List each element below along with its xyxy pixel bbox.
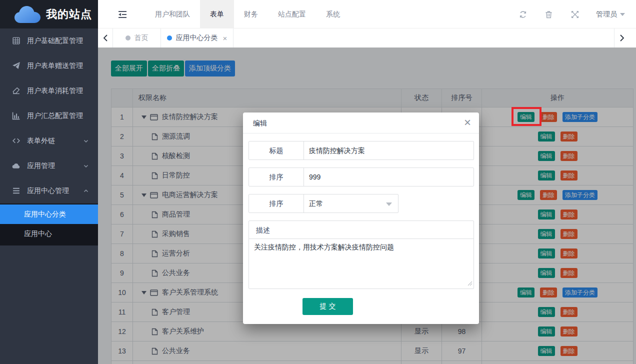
- modal-title: 编辑: [243, 112, 479, 134]
- top-nav-item-1[interactable]: 表单: [200, 0, 234, 28]
- bar-chart-icon: [12, 112, 21, 120]
- select-caret-icon: [386, 202, 392, 206]
- sidebar-item-label: 应用中心管理: [27, 186, 69, 196]
- admin-label: 管理员: [596, 10, 617, 18]
- fullscreen-icon[interactable]: [571, 10, 579, 18]
- resize-handle-icon[interactable]: [468, 280, 472, 288]
- submit-button[interactable]: 提 交: [302, 298, 353, 315]
- sidebar-item-label: 表单外链: [27, 136, 55, 146]
- sidebar-item-1[interactable]: 用户表单赠送管理: [0, 54, 98, 78]
- collapse-sidebar-icon[interactable]: [117, 9, 128, 20]
- modal-header: 编辑 ×: [243, 112, 479, 134]
- tab-label: 首页: [134, 34, 148, 42]
- top-nav-item-3[interactable]: 站点配置: [268, 0, 316, 28]
- modal-close-icon[interactable]: ×: [464, 116, 471, 130]
- cloud-icon: [12, 162, 21, 170]
- sidebar-menu: 用户基础配置管理用户表单赠送管理用户表单消耗管理用户汇总配置管理表单外链应用管理…: [0, 28, 98, 246]
- field-label: 排序: [249, 168, 304, 186]
- sidebar-item-label: 用户基础配置管理: [27, 36, 83, 46]
- chevron-up-icon: [83, 188, 89, 194]
- tab-1[interactable]: 应用中心分类×: [161, 28, 234, 48]
- sidebar-item-2[interactable]: 用户表单消耗管理: [0, 78, 98, 104]
- app-root: 我的站点 用户基础配置管理用户表单赠送管理用户表单消耗管理用户汇总配置管理表单外…: [0, 0, 636, 364]
- tab-label: 应用中心分类: [176, 34, 218, 42]
- sidebar: 我的站点 用户基础配置管理用户表单赠送管理用户表单消耗管理用户汇总配置管理表单外…: [0, 0, 98, 364]
- field-input[interactable]: 999: [304, 168, 474, 186]
- field-label: 标题: [249, 142, 304, 160]
- tabs-scroll-left[interactable]: [98, 28, 113, 48]
- admin-menu[interactable]: 管理员: [596, 0, 625, 28]
- tab-status-dot: [126, 36, 130, 40]
- send-icon: [12, 62, 21, 70]
- edit-modal: 编辑 × 标题疫情防控解决方案排序999排序正常描述关注疫情防控，用技术方案解决…: [243, 112, 479, 324]
- tab-close-icon[interactable]: ×: [223, 34, 228, 42]
- top-nav-item-0[interactable]: 用户和团队: [145, 0, 200, 28]
- tab-status-dot: [167, 36, 172, 40]
- sidebar-submenu: 应用中心分类应用中心: [0, 204, 98, 246]
- logo-area: 我的站点: [0, 0, 98, 28]
- field-select[interactable]: 正常: [304, 194, 398, 212]
- eraser-icon: [12, 86, 21, 96]
- top-nav-item-4[interactable]: 系统: [316, 0, 350, 28]
- sidebar-item-0[interactable]: 用户基础配置管理: [0, 28, 98, 54]
- form-field-1: 排序999: [248, 168, 474, 186]
- annotation-highlight: [512, 107, 542, 126]
- trash-icon[interactable]: [545, 10, 553, 18]
- form-field-2: 排序正常: [248, 194, 398, 213]
- site-title: 我的站点: [46, 7, 92, 22]
- top-nav-item-2[interactable]: 财务: [234, 0, 268, 28]
- topbar: 用户和团队表单财务站点配置系统: [98, 0, 636, 28]
- field-label: 排序: [249, 194, 304, 212]
- tabs-scroll-right[interactable]: [614, 28, 636, 48]
- form-field-3: 描述关注疫情防控，用技术方案解决疫情防控问题: [248, 220, 474, 289]
- field-input[interactable]: 疫情防控解决方案: [304, 142, 474, 160]
- caret-down-icon: [620, 13, 625, 16]
- sidebar-item-label: 用户表单消耗管理: [27, 86, 83, 96]
- form-field-0: 标题疫情防控解决方案: [248, 141, 474, 160]
- top-nav: 用户和团队表单财务站点配置系统: [145, 0, 350, 28]
- content-area: 全部展开 全部折叠 添加顶级分类 权限名称状态排序号操作 1疫情防控解决方案编辑…: [98, 48, 636, 364]
- tabbar: 首页应用中心分类×: [98, 28, 636, 48]
- cloud-logo-icon: [14, 5, 41, 24]
- sidebar-item-3[interactable]: 用户汇总配置管理: [0, 104, 98, 128]
- top-actions: 管理员: [496, 0, 636, 28]
- tabs: 首页应用中心分类×: [113, 28, 234, 48]
- menu-icon: [12, 186, 21, 196]
- link-icon: [12, 136, 21, 146]
- sidebar-item-label: 用户表单赠送管理: [27, 62, 83, 70]
- refresh-icon[interactable]: [519, 10, 527, 18]
- grid-icon: [12, 36, 21, 46]
- sidebar-item-4[interactable]: 表单外链: [0, 128, 98, 154]
- sidebar-item-label: 用户汇总配置管理: [27, 112, 83, 120]
- chevron-down-icon: [83, 138, 89, 144]
- modal-body: 标题疫情防控解决方案排序999排序正常描述关注疫情防控，用技术方案解决疫情防控问…: [243, 134, 479, 315]
- chevron-down-icon: [83, 163, 89, 169]
- sidebar-subitem-1[interactable]: 应用中心: [0, 224, 98, 244]
- sidebar-item-5[interactable]: 应用管理: [0, 154, 98, 178]
- field-textarea[interactable]: 关注疫情防控，用技术方案解决疫情防控问题: [249, 239, 474, 288]
- tab-0[interactable]: 首页: [113, 28, 161, 48]
- sidebar-item-label: 应用管理: [27, 162, 55, 170]
- sidebar-subitem-0[interactable]: 应用中心分类: [0, 204, 98, 224]
- sidebar-item-6[interactable]: 应用中心管理: [0, 178, 98, 204]
- field-label: 描述: [249, 221, 474, 239]
